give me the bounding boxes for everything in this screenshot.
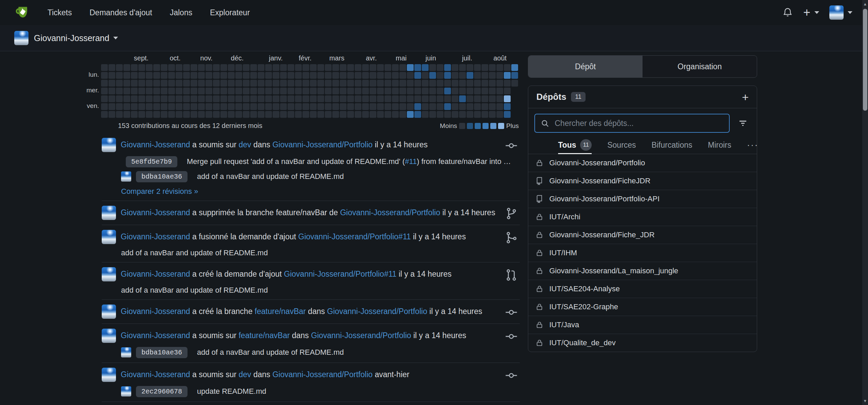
nav-item-0[interactable]: Tickets <box>47 8 72 17</box>
heatmap-cell[interactable] <box>504 88 511 94</box>
heatmap-cell[interactable] <box>153 103 160 110</box>
heatmap-cell[interactable] <box>228 80 235 87</box>
heatmap-cell[interactable] <box>347 88 354 94</box>
heatmap-cell[interactable] <box>414 72 421 79</box>
heatmap-cell[interactable] <box>183 72 190 79</box>
repo-search-input[interactable] <box>554 118 724 128</box>
heatmap-cell[interactable] <box>220 64 227 71</box>
heatmap-cell[interactable] <box>131 103 138 110</box>
heatmap-cell[interactable] <box>176 64 182 71</box>
heatmap-cell[interactable] <box>280 72 287 79</box>
feed-link[interactable]: Giovanni-Josserand <box>121 307 190 316</box>
heatmap-cell[interactable] <box>392 72 399 79</box>
heatmap-cell[interactable] <box>191 88 197 94</box>
heatmap-cell[interactable] <box>235 88 242 94</box>
heatmap-cell[interactable] <box>489 111 496 118</box>
heatmap-cell[interactable] <box>355 88 361 94</box>
heatmap-cell[interactable] <box>414 88 421 94</box>
heatmap-cell[interactable] <box>422 72 429 79</box>
heatmap-cell[interactable] <box>220 95 227 102</box>
heatmap-cell[interactable] <box>250 111 257 118</box>
heatmap-cell[interactable] <box>176 103 182 110</box>
heatmap-cell[interactable] <box>474 88 481 94</box>
heatmap-cell[interactable] <box>407 103 414 110</box>
heatmap-cell[interactable] <box>467 88 473 94</box>
heatmap-cell[interactable] <box>310 103 317 110</box>
heatmap-cell[interactable] <box>414 103 421 110</box>
heatmap-cell[interactable] <box>116 111 123 118</box>
heatmap-cell[interactable] <box>280 95 287 102</box>
heatmap-cell[interactable] <box>153 72 160 79</box>
heatmap-cell[interactable] <box>288 88 294 94</box>
heatmap-cell[interactable] <box>250 72 257 79</box>
heatmap-cell[interactable] <box>429 111 436 118</box>
heatmap-cell[interactable] <box>123 95 130 102</box>
new-repo-button[interactable]: + <box>742 91 749 103</box>
chevron-down-icon[interactable] <box>113 37 118 39</box>
heatmap-cell[interactable] <box>123 88 130 94</box>
heatmap-cell[interactable] <box>191 64 197 71</box>
heatmap-cell[interactable] <box>138 80 145 87</box>
heatmap-cell[interactable] <box>459 72 466 79</box>
heatmap-cell[interactable] <box>191 95 197 102</box>
heatmap-cell[interactable] <box>444 103 451 110</box>
heatmap-cell[interactable] <box>108 72 115 79</box>
heatmap-cell[interactable] <box>250 95 257 102</box>
heatmap-cell[interactable] <box>302 64 309 71</box>
heatmap-cell[interactable] <box>325 95 332 102</box>
heatmap-cell[interactable] <box>407 95 414 102</box>
repo-list-item[interactable]: Giovanni-Josserand/Portfolio <box>528 154 757 172</box>
heatmap-cell[interactable] <box>258 103 264 110</box>
heatmap-cell[interactable] <box>332 88 339 94</box>
heatmap-cell[interactable] <box>265 88 272 94</box>
heatmap-cell[interactable] <box>168 103 175 110</box>
heatmap-cell[interactable] <box>161 103 167 110</box>
heatmap-cell[interactable] <box>407 111 414 118</box>
heatmap-cell[interactable] <box>258 64 264 71</box>
heatmap-cell[interactable] <box>235 72 242 79</box>
heatmap-cell[interactable] <box>496 103 503 110</box>
nav-item-3[interactable]: Explorateur <box>210 8 250 17</box>
repo-list-item[interactable]: IUT/SAE202-Graphe <box>528 298 757 316</box>
heatmap-cell[interactable] <box>429 72 436 79</box>
repo-list-item[interactable]: IUT/Java <box>528 316 757 334</box>
heatmap-cell[interactable] <box>235 80 242 87</box>
heatmap-cell[interactable] <box>384 111 391 118</box>
heatmap-cell[interactable] <box>437 95 443 102</box>
heatmap-cell[interactable] <box>250 103 257 110</box>
heatmap-cell[interactable] <box>146 80 153 87</box>
heatmap-cell[interactable] <box>220 80 227 87</box>
heatmap-cell[interactable] <box>131 80 138 87</box>
feed-link[interactable]: Giovanni-Josserand/Portfolio <box>272 370 372 379</box>
scrollbar-up-arrow-icon[interactable]: ▲ <box>862 0 868 8</box>
heatmap-cell[interactable] <box>213 95 220 102</box>
heatmap-cell[interactable] <box>295 80 302 87</box>
heatmap-cell[interactable] <box>407 72 414 79</box>
heatmap-cell[interactable] <box>392 111 399 118</box>
heatmap-cell[interactable] <box>235 64 242 71</box>
scrollbar-thumb[interactable] <box>863 9 867 111</box>
heatmap-cell[interactable] <box>325 80 332 87</box>
heatmap-cell[interactable] <box>295 95 302 102</box>
heatmap-cell[interactable] <box>317 88 324 94</box>
heatmap-cell[interactable] <box>213 72 220 79</box>
heatmap-cell[interactable] <box>168 88 175 94</box>
heatmap-cell[interactable] <box>347 95 354 102</box>
heatmap-cell[interactable] <box>153 88 160 94</box>
heatmap-cell[interactable] <box>362 80 369 87</box>
heatmap-cell[interactable] <box>123 103 130 110</box>
heatmap-cell[interactable] <box>220 88 227 94</box>
heatmap-cell[interactable] <box>228 64 235 71</box>
heatmap-cell[interactable] <box>295 103 302 110</box>
more-filters-ellipsis-icon[interactable]: ··· <box>747 140 757 150</box>
heatmap-cell[interactable] <box>444 95 451 102</box>
heatmap-cell[interactable] <box>481 80 488 87</box>
heatmap-cell[interactable] <box>355 64 361 71</box>
heatmap-cell[interactable] <box>116 64 123 71</box>
feed-link[interactable]: feature/navBar <box>255 307 306 316</box>
heatmap-cell[interactable] <box>444 80 451 87</box>
heatmap-cell[interactable] <box>295 88 302 94</box>
repo-filter-tab-miroirs[interactable]: Miroirs <box>708 136 731 154</box>
heatmap-cell[interactable] <box>355 72 361 79</box>
gitea-logo-icon[interactable] <box>13 4 30 21</box>
